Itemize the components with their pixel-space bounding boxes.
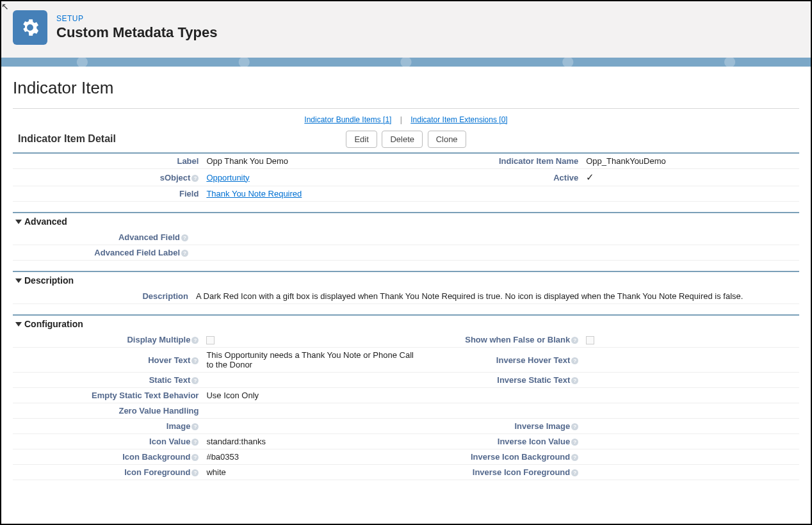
label-sobject: sObject <box>160 173 191 182</box>
help-icon[interactable]: ? <box>571 454 578 461</box>
value-inverse-icon-background <box>582 449 799 465</box>
label-image: Image <box>166 421 191 431</box>
decorative-band <box>1 58 811 67</box>
setup-crumb: SETUP <box>56 14 217 23</box>
link-item-extensions[interactable]: Indicator Item Extensions [0] <box>410 115 507 124</box>
collapse-icon <box>15 279 22 283</box>
value-inverse-icon-value <box>582 434 799 449</box>
detail-section-title: Indicator Item Detail <box>13 133 116 145</box>
help-icon[interactable]: ? <box>191 377 199 384</box>
link-bundle-items[interactable]: Indicator Bundle Items [1] <box>304 115 391 124</box>
help-icon[interactable]: ? <box>191 469 199 476</box>
section-configuration[interactable]: Configuration <box>13 316 799 332</box>
label-hover-text: Hover Text <box>148 355 190 365</box>
value-zero-value-handling <box>202 403 419 419</box>
value-inverse-static-text <box>582 373 799 388</box>
label-advanced-field: Advanced Field <box>118 232 180 242</box>
help-icon[interactable]: ? <box>181 250 188 257</box>
label-inverse-icon-background: Inverse Icon Background <box>471 452 570 462</box>
value-sobject-link[interactable]: Opportunity <box>206 173 249 182</box>
delete-button[interactable]: Delete <box>382 131 423 148</box>
value-hover-text: This Opportunity needs a Thank You Note … <box>202 348 419 373</box>
label-icon-background: Icon Background <box>122 452 190 462</box>
label-description: Description <box>13 289 192 304</box>
clone-button[interactable]: Clone <box>428 131 466 148</box>
setup-header: SETUP Custom Metadata Types <box>1 1 811 58</box>
section-advanced[interactable]: Advanced <box>13 213 799 230</box>
display-multiple-checkbox <box>206 336 215 344</box>
label-empty-static-behavior: Empty Static Text Behavior <box>13 388 202 403</box>
label-active: Active <box>419 169 582 186</box>
related-links: Indicator Bundle Items [1] | Indicator I… <box>13 111 799 133</box>
label-icon-value: Icon Value <box>149 437 190 446</box>
section-description[interactable]: Description <box>13 272 799 289</box>
help-icon[interactable]: ? <box>191 357 199 364</box>
advanced-fields: Advanced Field? Advanced Field Label? <box>13 230 799 261</box>
label-show-when-false: Show when False or Blank <box>465 335 570 344</box>
value-label: Opp Thank You Demo <box>202 154 419 169</box>
gear-icon <box>13 10 47 45</box>
value-field-link[interactable]: Thank You Note Required <box>206 189 302 198</box>
label-indicator-item-name: Indicator Item Name <box>419 154 582 169</box>
help-icon[interactable]: ? <box>191 454 199 461</box>
help-icon[interactable]: ? <box>571 357 578 364</box>
configuration-fields: Display Multiple? Show when False or Bla… <box>13 332 799 480</box>
label-inverse-static-text: Inverse Static Text <box>497 375 570 385</box>
label-inverse-icon-foreground: Inverse Icon Foreground <box>473 467 570 477</box>
detail-fields: Label Opp Thank You Demo Indicator Item … <box>13 154 799 202</box>
link-separator: | <box>394 115 409 124</box>
value-description: A Dark Red Icon with a gift box is displ… <box>192 289 799 304</box>
label-advanced-field-label: Advanced Field Label <box>94 248 180 257</box>
help-icon[interactable]: ? <box>571 469 578 476</box>
label-zero-value-handling: Zero Value Handling <box>13 403 202 419</box>
value-icon-background: #ba0353 <box>202 449 419 465</box>
help-icon[interactable]: ? <box>191 439 199 446</box>
label-display-multiple: Display Multiple <box>127 335 190 344</box>
active-check-icon: ✓ <box>586 172 594 182</box>
value-indicator-item-name: Opp_ThankYouDemo <box>582 154 799 169</box>
value-inverse-image <box>582 419 799 434</box>
label-icon-foreground: Icon Foreground <box>124 467 190 477</box>
collapse-icon <box>15 322 22 327</box>
description-fields: Description A Dark Red Icon with a gift … <box>13 289 799 304</box>
help-icon[interactable]: ? <box>571 337 578 344</box>
value-inverse-hover-text <box>582 348 799 373</box>
value-icon-foreground: white <box>202 465 419 480</box>
value-empty-static-behavior: Use Icon Only <box>202 388 419 403</box>
help-icon[interactable]: ? <box>571 423 578 430</box>
value-advanced-field <box>192 230 799 245</box>
help-icon[interactable]: ? <box>191 337 199 344</box>
help-icon[interactable]: ? <box>181 234 188 241</box>
label-inverse-icon-value: Inverse Icon Value <box>498 437 570 446</box>
label-inverse-image: Inverse Image <box>515 421 571 431</box>
page-type-title: Custom Metadata Types <box>56 24 217 41</box>
label-static-text: Static Text <box>149 375 191 385</box>
edit-button[interactable]: Edit <box>346 131 377 148</box>
value-static-text <box>202 373 419 388</box>
value-image <box>202 419 419 434</box>
help-icon[interactable]: ? <box>571 377 578 384</box>
show-when-false-checkbox <box>586 336 594 344</box>
record-title: Indicator Item <box>13 78 799 98</box>
label-field: Field <box>13 186 202 202</box>
help-icon[interactable]: ? <box>191 423 199 430</box>
label-label: Label <box>13 154 202 169</box>
help-icon[interactable]: ? <box>571 439 578 446</box>
value-inverse-icon-foreground <box>582 465 799 480</box>
value-icon-value: standard:thanks <box>202 434 419 449</box>
label-inverse-hover-text: Inverse Hover Text <box>496 355 570 365</box>
collapse-icon <box>15 220 22 224</box>
value-advanced-field-label <box>192 245 799 261</box>
help-icon[interactable]: ? <box>191 175 199 182</box>
